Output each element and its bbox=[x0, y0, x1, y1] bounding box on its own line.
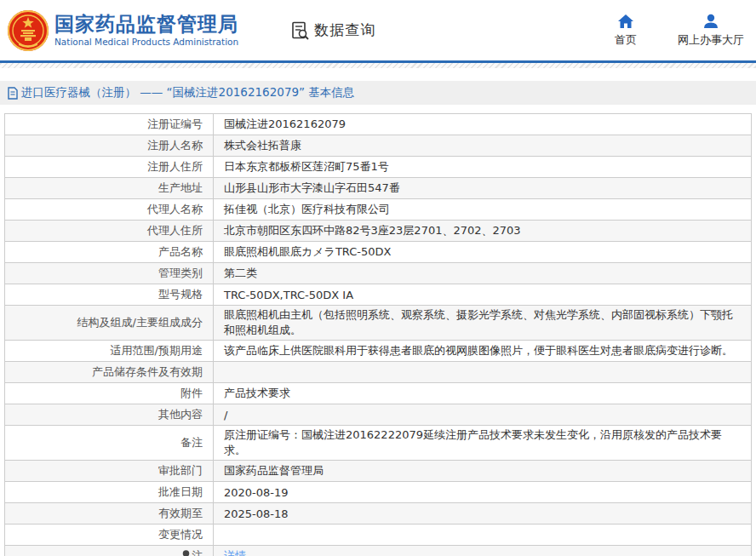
table-row: 批准日期2020-08-19 bbox=[5, 482, 752, 503]
table-row: 产品储存条件及有效期 bbox=[5, 362, 752, 383]
table-row: 审批部门国家药品监督管理局 bbox=[5, 461, 752, 482]
row-value: 眼底照相机眼底カメラTRC-50DX bbox=[214, 242, 752, 263]
document-icon bbox=[7, 87, 19, 100]
table-row: 有效期至2025-08-18 bbox=[5, 503, 752, 524]
row-label: 代理人名称 bbox=[5, 199, 214, 221]
row-value: 拓佳视（北京）医疗科技有限公司 bbox=[214, 199, 752, 221]
row-label: 其他内容 bbox=[5, 404, 214, 426]
table-row: 产品名称眼底照相机眼底カメラTRC-50DX bbox=[5, 242, 752, 263]
row-value: 国家药品监督管理局 bbox=[214, 461, 752, 482]
row-value: 株式会社拓普康 bbox=[214, 135, 752, 157]
note-pin-icon bbox=[182, 550, 190, 556]
row-label: 适用范围/预期用途 bbox=[5, 341, 214, 362]
nav-home-label: 首页 bbox=[615, 32, 637, 48]
row-value: 产品技术要求 bbox=[214, 383, 752, 404]
row-value: TRC-50DX,TRC-50DX IA bbox=[214, 284, 752, 306]
row-label: 产品储存条件及有效期 bbox=[5, 362, 214, 383]
row-value: 日本东京都板桥区莲沼町75番1号 bbox=[214, 157, 752, 178]
nav-online-hall[interactable]: 网上办事大厅 bbox=[678, 13, 744, 48]
row-value bbox=[214, 362, 752, 383]
registration-info-table: 注册证编号国械注进20162162079注册人名称株式会社拓普康注册人住所日本东… bbox=[4, 113, 752, 556]
table-row: 注册证编号国械注进20162162079 bbox=[5, 114, 752, 135]
row-label: 批准日期 bbox=[5, 482, 214, 503]
table-row: 结构及组成/主要组成成分眼底照相机由主机（包括照明系统、观察系统、摄影光学系统、… bbox=[5, 306, 752, 341]
row-label: 审批部门 bbox=[5, 461, 214, 482]
table-row: 适用范围/预期用途该产品临床上供医院眼科用于获得患者眼底的视网膜图像照片，便于眼… bbox=[5, 341, 752, 362]
home-icon bbox=[617, 13, 634, 30]
page-title: 进口医疗器械（注册） —— “国械注进20162162079” 基本信息 bbox=[21, 85, 354, 100]
row-value: / bbox=[214, 404, 752, 426]
row-value: 眼底照相机由主机（包括照明系统、观察系统、摄影光学系统、对焦光学系统、内部固视标… bbox=[214, 306, 752, 341]
table-row: 生产地址山形县山形市大字漆山字石田547番 bbox=[5, 178, 752, 199]
row-label: 代理人住所 bbox=[5, 221, 214, 242]
page-title-band: 进口医疗器械（注册） —— “国械注进20162162079” 基本信息 bbox=[0, 81, 756, 105]
row-label: 注册人住所 bbox=[5, 157, 214, 178]
national-emblem-logo bbox=[7, 9, 49, 52]
brand-title: 国家药品监督管理局 bbox=[54, 14, 238, 35]
row-label: 产品名称 bbox=[5, 242, 214, 263]
table-row: 注册人住所日本东京都板桥区莲沼町75番1号 bbox=[5, 157, 752, 178]
row-label: 生产地址 bbox=[5, 178, 214, 199]
table-row: 其他内容/ bbox=[5, 404, 752, 426]
site-header: 国家药品监督管理局 National Medical Products Admi… bbox=[0, 0, 756, 60]
row-value: 详情 bbox=[214, 546, 752, 556]
table-row: 代理人名称拓佳视（北京）医疗科技有限公司 bbox=[5, 199, 752, 221]
row-value: 2025-08-18 bbox=[214, 503, 752, 524]
row-label: 变更情况 bbox=[5, 524, 214, 546]
row-value: 该产品临床上供医院眼科用于获得患者眼底的视网膜图像照片，便于眼科医生对患者眼底病… bbox=[214, 341, 752, 362]
table-row: 代理人住所北京市朝阳区东四环中路82号3座23层2701、2702、2703 bbox=[5, 221, 752, 242]
table-row: 备注原注册证编号：国械注进20162222079延续注册产品技术要求未发生变化，… bbox=[5, 426, 752, 461]
row-label: 注册证编号 bbox=[5, 114, 214, 135]
row-value: 山形县山形市大字漆山字石田547番 bbox=[214, 178, 752, 199]
brand-block: 国家药品监督管理局 National Medical Products Admi… bbox=[54, 14, 238, 47]
nav-home[interactable]: 首页 bbox=[615, 13, 637, 48]
row-value: 2020-08-19 bbox=[214, 482, 752, 503]
row-label: 备注 bbox=[5, 426, 214, 461]
row-label: 注 bbox=[5, 546, 214, 556]
data-query-label: 数据查询 bbox=[314, 20, 375, 40]
brand-subtitle: National Medical Products Administration bbox=[54, 37, 238, 47]
table-row: 型号规格TRC-50DX,TRC-50DX IA bbox=[5, 284, 752, 306]
user-icon bbox=[702, 13, 719, 30]
row-value: 原注册证编号：国械注进20162222079延续注册产品技术要求未发生变化，沿用… bbox=[214, 426, 752, 461]
detail-link[interactable]: 详情 bbox=[224, 549, 246, 556]
registration-info-table-wrap: 注册证编号国械注进20162162079注册人名称株式会社拓普康注册人住所日本东… bbox=[4, 113, 752, 556]
row-value: 国械注进20162162079 bbox=[214, 114, 752, 135]
row-value bbox=[214, 524, 752, 546]
data-query-section: 数据查询 bbox=[291, 20, 375, 40]
row-label: 管理类别 bbox=[5, 263, 214, 284]
row-label: 有效期至 bbox=[5, 503, 214, 524]
row-value: 北京市朝阳区东四环中路82号3座23层2701、2702、2703 bbox=[214, 221, 752, 242]
nav-online-hall-label: 网上办事大厅 bbox=[678, 32, 744, 48]
row-label: 注册人名称 bbox=[5, 135, 214, 157]
row-value: 第二类 bbox=[214, 263, 752, 284]
table-row: 变更情况 bbox=[5, 524, 752, 546]
table-row: 附件产品技术要求 bbox=[5, 383, 752, 404]
table-row: 管理类别第二类 bbox=[5, 263, 752, 284]
info-table-body: 注册证编号国械注进20162162079注册人名称株式会社拓普康注册人住所日本东… bbox=[5, 114, 752, 556]
row-label: 型号规格 bbox=[5, 284, 214, 306]
data-query-icon bbox=[291, 21, 310, 40]
hatch-strip bbox=[0, 63, 756, 68]
row-label: 结构及组成/主要组成成分 bbox=[5, 306, 214, 341]
table-row: 注册人名称株式会社拓普康 bbox=[5, 135, 752, 157]
row-label: 附件 bbox=[5, 383, 214, 404]
table-row: 注详情 bbox=[5, 546, 752, 556]
